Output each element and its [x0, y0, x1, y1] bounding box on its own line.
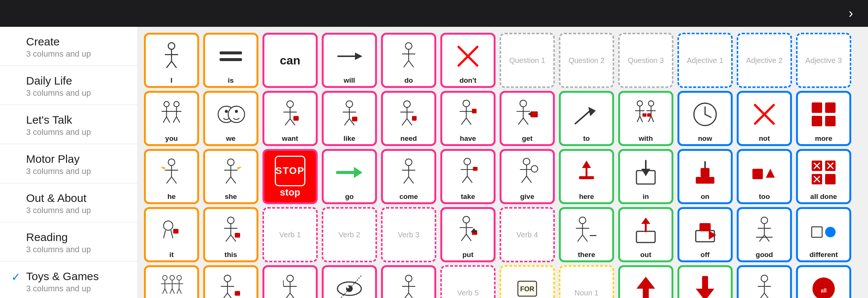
svg-rect-81 — [825, 102, 836, 113]
grid-cell[interactable]: want — [262, 91, 318, 146]
cell-icon — [622, 94, 670, 134]
svg-rect-213 — [702, 276, 708, 289]
sidebar-item-reading[interactable]: Reading3 columns and up — [0, 222, 138, 261]
top-bar: › — [0, 0, 868, 27]
svg-line-3 — [167, 61, 172, 68]
sidebar-item-daily-life[interactable]: Daily Life3 columns and up — [0, 66, 138, 105]
grid-cell[interactable]: give — [500, 149, 555, 204]
grid-area[interactable]: I iscan will do don'tQuestion 1Question … — [138, 27, 868, 298]
grid-cell[interactable]: you — [144, 91, 199, 146]
next-button[interactable]: › — [846, 6, 853, 21]
svg-rect-129 — [825, 174, 836, 184]
grid-cell[interactable]: all all — [796, 265, 851, 298]
grid-cell[interactable]: we — [203, 91, 258, 146]
grid-cell[interactable]: all done — [796, 149, 851, 204]
grid-cell[interactable]: see — [322, 265, 377, 298]
grid-cell[interactable]: is — [203, 33, 258, 88]
cell-label: on — [701, 193, 709, 201]
grid-cell[interactable]: she — [203, 149, 258, 204]
grid-cell[interactable]: Verb 5 — [440, 265, 496, 298]
sidebar-item-sub: 3 columns and up — [26, 127, 91, 137]
cell-icon — [384, 36, 433, 76]
grid-cell[interactable]: that — [203, 265, 258, 298]
grid-cell[interactable]: come — [381, 149, 436, 204]
grid-cell[interactable]: Verb 3 — [381, 207, 436, 262]
cell-icon — [207, 210, 255, 250]
grid-cell[interactable]: Question 2 — [559, 33, 614, 88]
check-icon: ✓ — [11, 270, 22, 283]
grid-cell[interactable]: think — [262, 265, 318, 298]
grid-cell[interactable]: not — [737, 91, 792, 146]
grid-cell[interactable]: need — [381, 91, 436, 146]
grid-cell[interactable]: FOR for — [500, 265, 555, 298]
svg-rect-53 — [472, 108, 477, 113]
svg-point-114 — [531, 165, 538, 172]
cell-icon — [147, 210, 196, 250]
svg-point-202 — [347, 286, 349, 288]
svg-marker-8 — [355, 53, 362, 60]
grid-cell[interactable]: up — [618, 265, 673, 298]
grid-cell[interactable]: STOP stop — [262, 149, 318, 204]
cell-icon — [147, 36, 196, 76]
cell-icon — [266, 269, 314, 298]
grid-cell[interactable]: this — [203, 207, 258, 262]
grid-cell[interactable]: too — [737, 149, 792, 204]
svg-point-69 — [648, 101, 654, 106]
grid-cell[interactable]: more — [796, 91, 851, 146]
grid-cell[interactable]: Adjective 1 — [677, 33, 733, 88]
sidebar-item-create[interactable]: Create3 columns and up — [0, 27, 138, 66]
grid-cell[interactable]: can — [262, 33, 318, 88]
cell-icon — [325, 152, 374, 192]
grid-cell[interactable]: put — [440, 207, 496, 262]
grid-cell[interactable]: different — [796, 207, 851, 262]
grid-cell[interactable]: will — [322, 33, 377, 88]
grid-cell[interactable]: have — [440, 91, 496, 146]
grid-cell[interactable]: it — [144, 207, 199, 262]
grid-cell[interactable]: off — [677, 207, 733, 262]
grid-cell[interactable]: down — [677, 265, 733, 298]
svg-rect-108 — [473, 167, 477, 171]
grid-cell[interactable]: take — [440, 149, 496, 204]
svg-point-140 — [227, 217, 234, 224]
grid-cell[interactable]: with — [618, 91, 673, 146]
grid-cell[interactable]: in — [618, 149, 673, 204]
grid-cell[interactable]: Adjective 3 — [796, 33, 851, 88]
grid-cell[interactable]: Verb 1 — [262, 207, 318, 262]
svg-line-88 — [172, 177, 176, 183]
sidebar-item-lets-talk[interactable]: Let's Talk3 columns and up — [0, 105, 138, 144]
grid-cell[interactable]: do — [381, 33, 436, 88]
grid-cell[interactable]: like — [322, 91, 377, 146]
svg-rect-47 — [412, 116, 416, 120]
grid-cell[interactable]: look — [381, 265, 436, 298]
grid-cell[interactable]: out — [618, 207, 673, 262]
grid-cell[interactable]: go — [322, 149, 377, 204]
grid-cell[interactable]: Question 1 — [500, 33, 555, 88]
grid-cell[interactable]: they — [144, 265, 199, 298]
svg-point-165 — [761, 217, 768, 224]
cell-label: it — [169, 251, 174, 259]
grid-cell[interactable]: Verb 4 — [500, 207, 555, 262]
grid-cell[interactable]: Question 3 — [618, 33, 673, 88]
grid-cell[interactable]: there — [559, 207, 614, 262]
svg-marker-212 — [636, 277, 655, 289]
sidebar-item-out-about[interactable]: Out & About3 columns and up — [0, 183, 138, 222]
grid-cell[interactable]: Verb 2 — [322, 207, 377, 262]
svg-rect-124 — [752, 169, 763, 179]
grid-cell[interactable]: Adjective 2 — [737, 33, 792, 88]
grid-cell[interactable]: here — [559, 149, 614, 204]
sidebar-item-motor-play[interactable]: Motor Play3 columns and up — [0, 144, 138, 183]
grid-cell[interactable]: to — [559, 91, 614, 146]
grid-cell[interactable]: good — [737, 207, 792, 262]
svg-rect-68 — [642, 113, 647, 117]
cell-icon — [147, 152, 196, 192]
grid-cell[interactable]: don't — [440, 33, 496, 88]
grid-cell[interactable]: he — [144, 149, 199, 204]
grid-cell[interactable]: on — [677, 149, 733, 204]
svg-line-208 — [409, 293, 413, 298]
grid-cell[interactable]: bad — [737, 265, 792, 298]
grid-cell[interactable]: now — [677, 91, 733, 146]
grid-cell[interactable]: get — [500, 91, 555, 146]
grid-cell[interactable]: Noun 1 — [559, 265, 614, 298]
sidebar-item-toys-games[interactable]: ✓Toys & Games3 columns and up — [0, 261, 138, 298]
grid-cell[interactable]: I — [144, 33, 199, 88]
